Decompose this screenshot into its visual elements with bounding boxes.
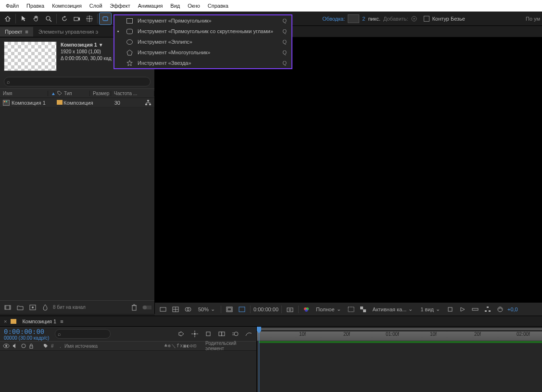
mask-button[interactable]: [183, 306, 193, 313]
stroke-value[interactable]: 2: [362, 16, 365, 22]
menu-view[interactable]: Вид: [166, 1, 184, 10]
toggle-switch[interactable]: [142, 303, 151, 312]
timeline-right[interactable]: 10f 20f 01:00f 10f 20f 02:00f: [257, 327, 542, 392]
selection-tool[interactable]: [18, 13, 29, 24]
shape-rectangle[interactable]: Инструмент «Прямоугольник» Q: [114, 15, 291, 26]
delete-button[interactable]: [129, 303, 139, 312]
sort-arrow-icon[interactable]: ▲: [48, 91, 54, 96]
playhead[interactable]: [259, 327, 259, 392]
effect-controls-tab[interactable]: Элементы управления э: [34, 27, 103, 37]
new-folder-button[interactable]: [15, 303, 25, 312]
label-icon[interactable]: [43, 343, 48, 348]
svg-point-46: [305, 309, 308, 312]
rotate-tool[interactable]: [59, 13, 70, 24]
shape-ellipse[interactable]: Инструмент «Эллипс» Q: [114, 37, 291, 47]
svg-point-56: [194, 333, 196, 335]
active-camera-dropdown[interactable]: Активная ка...⌄: [370, 305, 416, 313]
menu-file[interactable]: Файл: [2, 1, 23, 10]
menu-composition[interactable]: Композиция: [48, 1, 86, 10]
exposure-value[interactable]: +0,0: [507, 306, 518, 312]
safe-zone-button[interactable]: [224, 306, 235, 313]
shape-star[interactable]: Инструмент «Звезда» Q: [114, 58, 291, 68]
menu-edit[interactable]: Правка: [23, 1, 48, 10]
new-comp-button[interactable]: [28, 303, 38, 312]
motion-blur-button[interactable]: [231, 330, 239, 338]
add-arrow-icon[interactable]: [411, 16, 417, 22]
comp-mini-flowchart[interactable]: [177, 330, 185, 338]
zoom-dropdown[interactable]: 50%⌄: [195, 305, 218, 313]
hand-tool[interactable]: [30, 13, 42, 24]
col-size[interactable]: Размер: [90, 91, 111, 96]
resolution-dropdown[interactable]: Полное⌄: [313, 305, 344, 313]
snapshot-button[interactable]: [285, 306, 295, 313]
col-type[interactable]: Тип: [61, 91, 90, 96]
menu-animation[interactable]: Анимация: [134, 1, 167, 10]
col-fps[interactable]: Частота ...: [111, 91, 154, 96]
menu-window[interactable]: Окно: [184, 1, 204, 10]
shape-polygon[interactable]: Инструмент «Многоугольник» Q: [114, 47, 291, 58]
interpret-footage-button[interactable]: [3, 303, 13, 312]
transparency-grid-button[interactable]: [237, 306, 247, 313]
shape-tool[interactable]: [100, 13, 111, 24]
camera-tool[interactable]: [71, 13, 83, 24]
fast-preview-button[interactable]: [457, 306, 468, 313]
color-depth-button[interactable]: [40, 303, 50, 312]
composition-viewer[interactable]: [155, 37, 542, 314]
workspace-switch[interactable]: По ум: [526, 16, 540, 22]
project-search-input[interactable]: [4, 77, 151, 86]
stroke-color-swatch[interactable]: [348, 14, 359, 23]
viewer-timecode[interactable]: 0:00:00:00: [253, 306, 278, 312]
crosshair-icon: [86, 15, 93, 22]
color-depth-label[interactable]: 8 бит на канал: [53, 305, 86, 310]
time-ruler[interactable]: 10f 20f 01:00f 10f 20f 02:00f: [257, 331, 542, 341]
bezier-checkbox[interactable]: [424, 16, 429, 22]
pixel-aspect-button[interactable]: [445, 306, 455, 313]
roi-button[interactable]: [346, 306, 356, 313]
shape-tool-dropdown: Инструмент «Прямоугольник» Q Инструмент …: [113, 14, 292, 69]
eye-icon[interactable]: [3, 343, 10, 349]
timeline-tab[interactable]: Композиция 1: [22, 318, 56, 324]
menu-help[interactable]: Справка: [204, 1, 232, 10]
col-name[interactable]: Имя: [0, 91, 48, 96]
close-tab-icon[interactable]: ×: [4, 318, 7, 324]
svg-marker-12: [127, 60, 132, 66]
flowchart-icon[interactable]: [145, 99, 151, 106]
views-dropdown[interactable]: 1 вид⌄: [417, 305, 443, 313]
flowchart-button[interactable]: [482, 305, 493, 314]
magnification-ratio-button[interactable]: [158, 306, 168, 313]
solo-icon[interactable]: [21, 343, 26, 349]
zoom-tool[interactable]: [43, 13, 54, 24]
grid-button[interactable]: [170, 306, 181, 313]
frame-blend-button[interactable]: [218, 330, 226, 338]
chevron-down-icon[interactable]: ▼: [99, 42, 103, 48]
draft-3d-button[interactable]: [191, 330, 199, 338]
anchor-tool[interactable]: [84, 13, 95, 24]
svg-rect-70: [30, 346, 33, 348]
panel-menu-icon[interactable]: ≡: [60, 318, 63, 324]
parent-header[interactable]: Родительский элемент: [205, 341, 253, 351]
reset-exposure-button[interactable]: [495, 305, 505, 314]
timeline-button[interactable]: [470, 306, 480, 313]
source-name-header[interactable]: Имя источника: [64, 343, 162, 349]
menu-effect[interactable]: Эффект: [106, 1, 134, 10]
timeline-timecode[interactable]: 0:00:00:00: [4, 328, 49, 335]
project-item-row[interactable]: Композиция 1 Композиция 30: [0, 98, 154, 108]
svg-rect-53: [485, 310, 487, 312]
speaker-icon[interactable]: [13, 343, 18, 349]
menu-layer[interactable]: Слой: [86, 1, 106, 10]
channel-button[interactable]: [302, 306, 311, 313]
work-area-bar[interactable]: [259, 341, 542, 343]
shape-roundrect[interactable]: Инструмент «Прямоугольник со скругленным…: [114, 26, 291, 37]
lock-icon[interactable]: [29, 343, 34, 349]
project-panel-tab[interactable]: Проект ≡: [0, 27, 33, 37]
graph-editor-button[interactable]: [245, 330, 252, 338]
transparency-button[interactable]: [358, 306, 368, 313]
panel-menu-icon[interactable]: ≡: [25, 29, 28, 35]
project-tab-label: Проект: [5, 29, 22, 35]
svg-point-10: [126, 39, 132, 44]
home-tool[interactable]: [2, 13, 13, 24]
shy-button[interactable]: [204, 330, 212, 338]
col-tag[interactable]: [54, 91, 61, 96]
comp-thumbnail[interactable]: [4, 41, 57, 71]
timeline-search-input[interactable]: [55, 329, 110, 339]
